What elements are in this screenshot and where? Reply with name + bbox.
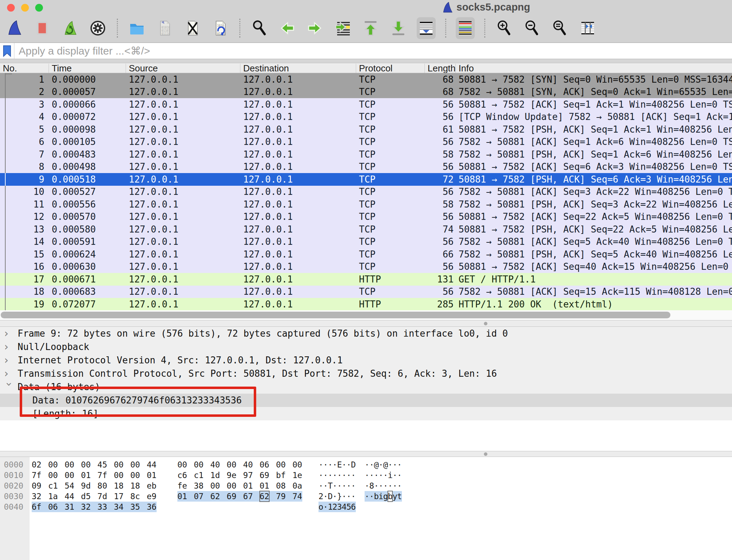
- ascii-char[interactable]: ·: [351, 491, 355, 502]
- ascii-char[interactable]: ·: [323, 502, 328, 512]
- ascii-char[interactable]: 3: [337, 502, 342, 512]
- ascii-char[interactable]: 8: [369, 481, 374, 491]
- column-header-destination[interactable]: Destination: [240, 64, 356, 73]
- hex-byte[interactable]: 00: [81, 459, 91, 470]
- ascii-char[interactable]: ·: [388, 481, 392, 491]
- hex-byte[interactable]: 79: [276, 491, 286, 502]
- hex-byte[interactable]: 69: [260, 470, 270, 481]
- packet-row-10[interactable]: 100.000527127.0.0.1127.0.0.1TCP567582 → …: [0, 186, 732, 198]
- hex-byte[interactable]: 02: [32, 459, 42, 470]
- hex-byte[interactable]: d5: [81, 491, 91, 502]
- minimize-window-button[interactable]: [21, 4, 29, 12]
- hex-byte[interactable]: 7d: [97, 491, 107, 502]
- stop-capture-button[interactable]: [33, 17, 52, 39]
- start-capture-button[interactable]: [5, 17, 24, 39]
- hex-ascii-a2[interactable]: ··@·@···: [365, 459, 402, 470]
- ascii-char[interactable]: 6: [351, 502, 355, 512]
- column-header-length[interactable]: Length: [425, 64, 456, 73]
- hex-byte[interactable]: 01: [260, 481, 270, 491]
- ascii-char[interactable]: ·: [397, 459, 402, 470]
- ascii-char[interactable]: b: [388, 491, 392, 502]
- splitter-upper[interactable]: [0, 320, 732, 327]
- restart-capture-button[interactable]: [61, 17, 80, 39]
- ascii-char[interactable]: ·: [323, 470, 328, 481]
- ascii-char[interactable]: @: [374, 459, 378, 470]
- ascii-char[interactable]: ·: [342, 481, 346, 491]
- hex-ascii-a2[interactable]: ··bigbyt: [365, 491, 402, 502]
- ascii-char[interactable]: 5: [346, 502, 351, 512]
- packet-row-1[interactable]: 10.000000127.0.0.1127.0.0.1TCP6850881 → …: [0, 73, 732, 86]
- hex-byte[interactable]: 00: [210, 481, 220, 491]
- ascii-char[interactable]: ·: [328, 459, 332, 470]
- ascii-char[interactable]: ·: [374, 470, 378, 481]
- packet-row-16[interactable]: 160.000630127.0.0.1127.0.0.1TCP5650881 →…: [0, 261, 732, 273]
- colorize-packets-button[interactable]: [456, 17, 475, 39]
- hex-byte[interactable]: 00: [194, 459, 204, 470]
- hex-byte[interactable]: 40: [210, 459, 220, 470]
- zoom-in-button[interactable]: [495, 17, 514, 39]
- hex-byte[interactable]: 01: [81, 470, 91, 481]
- resize-columns-button[interactable]: [578, 17, 597, 39]
- ascii-char[interactable]: ·: [379, 459, 383, 470]
- ascii-char[interactable]: ·: [318, 481, 323, 491]
- hex-byte[interactable]: 8c: [130, 491, 140, 502]
- zoom-original-button[interactable]: [550, 17, 569, 39]
- packet-row-6[interactable]: 60.000105127.0.0.1127.0.0.1TCP567582 → 5…: [0, 136, 732, 148]
- ascii-char[interactable]: ·: [333, 459, 337, 470]
- ascii-char[interactable]: 1: [328, 502, 332, 512]
- detail-row-5[interactable]: Data: 01076269676279746f06313233343536: [0, 394, 732, 407]
- chevron-right-icon[interactable]: ›: [4, 327, 15, 340]
- packet-row-15[interactable]: 150.000624127.0.0.1127.0.0.1TCP667582 → …: [0, 248, 732, 261]
- packet-row-17[interactable]: 170.000671127.0.0.1127.0.0.1HTTP131GET /…: [0, 273, 732, 286]
- ascii-char[interactable]: ·: [392, 470, 397, 481]
- hex-byte[interactable]: 69: [227, 491, 236, 502]
- hex-byte[interactable]: 00: [64, 470, 74, 481]
- packet-row-11[interactable]: 110.000556127.0.0.1127.0.0.1TCP587582 → …: [0, 198, 732, 211]
- hex-byte[interactable]: 80: [97, 481, 107, 491]
- previous-packet-button[interactable]: [278, 17, 297, 39]
- packet-row-8[interactable]: 80.000498127.0.0.1127.0.0.1TCP5650881 → …: [0, 161, 732, 173]
- packet-row-18[interactable]: 180.000683127.0.0.1127.0.0.1TCP567582 → …: [0, 286, 732, 298]
- ascii-char[interactable]: 2: [318, 491, 323, 502]
- column-header-info[interactable]: Info: [456, 64, 732, 73]
- hex-byte[interactable]: 00: [227, 481, 236, 491]
- hex-byte[interactable]: 32: [81, 502, 91, 512]
- hex-ascii-a1[interactable]: ········: [318, 470, 356, 481]
- hex-byte[interactable]: c6: [177, 470, 187, 481]
- ascii-char[interactable]: ·: [379, 470, 383, 481]
- hscrollbar-thumb[interactable]: [1, 312, 670, 318]
- ascii-char[interactable]: ·: [333, 470, 337, 481]
- hex-byte[interactable]: e9: [147, 491, 157, 502]
- hex-ascii-a2[interactable]: ·8······: [365, 481, 402, 491]
- ascii-char[interactable]: ·: [342, 470, 346, 481]
- save-file-button[interactable]: 010100110101110: [155, 17, 174, 39]
- hex-byte[interactable]: 07: [194, 491, 204, 502]
- ascii-char[interactable]: ·: [388, 459, 392, 470]
- ascii-char[interactable]: T: [328, 481, 332, 491]
- ascii-char[interactable]: ·: [318, 459, 323, 470]
- hex-byte[interactable]: 31: [64, 502, 74, 512]
- ascii-char[interactable]: ·: [342, 491, 346, 502]
- ascii-char[interactable]: ·: [392, 481, 397, 491]
- hex-byte[interactable]: 74: [292, 491, 302, 502]
- filter-bookmark-button[interactable]: [0, 43, 14, 59]
- hex-byte[interactable]: 35: [130, 502, 140, 512]
- hex-byte[interactable]: 1d: [210, 470, 220, 481]
- ascii-char[interactable]: ·: [346, 470, 351, 481]
- hex-byte[interactable]: 67: [243, 491, 253, 502]
- ascii-char[interactable]: D: [351, 459, 355, 470]
- hex-byte[interactable]: 06: [260, 459, 270, 470]
- ascii-char[interactable]: 4: [342, 502, 346, 512]
- hex-bytes-g1[interactable]: 6f06313233343536: [32, 502, 157, 512]
- hex-byte[interactable]: 00: [130, 459, 140, 470]
- hex-byte[interactable]: 00: [114, 470, 124, 481]
- packet-row-12[interactable]: 120.000570127.0.0.1127.0.0.1TCP5650881 →…: [0, 211, 732, 223]
- packet-row-2[interactable]: 20.000057127.0.0.1127.0.0.1TCP687582 → 5…: [0, 86, 732, 98]
- hex-byte[interactable]: bf: [276, 470, 286, 481]
- packet-row-5[interactable]: 50.000098127.0.0.1127.0.0.1TCP6150881 → …: [0, 123, 732, 136]
- ascii-char[interactable]: 2: [333, 502, 337, 512]
- detail-row-3[interactable]: ›Transmission Control Protocol, Src Port…: [0, 367, 732, 380]
- ascii-char[interactable]: D: [328, 491, 332, 502]
- hex-byte[interactable]: 44: [64, 491, 74, 502]
- reload-file-button[interactable]: 101001110: [211, 17, 230, 39]
